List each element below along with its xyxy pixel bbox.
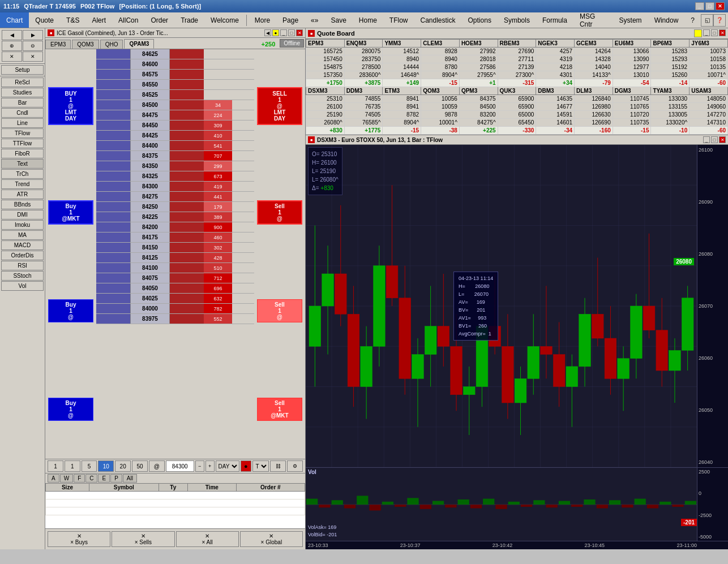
sell-cell[interactable] (170, 294, 204, 303)
sidebar-close2[interactable]: ✕ (23, 51, 43, 62)
sidebar-macd[interactable]: MACD (1, 240, 44, 250)
qty-1a[interactable]: 1 (48, 460, 63, 472)
t-select[interactable]: T (252, 460, 269, 472)
sidebar-vol[interactable]: Vol (1, 281, 44, 291)
buy-cell[interactable] (96, 171, 130, 181)
menu-alert[interactable]: Alert (85, 12, 112, 28)
buy-mkt-btn[interactable]: Buy1@MKT (48, 200, 93, 225)
sell-at-btn1[interactable]: Sell1@ (257, 200, 302, 225)
sell-cell[interactable] (170, 222, 204, 232)
sidebar-atr[interactable]: ATR (1, 190, 44, 199)
sidebar-ma[interactable]: MA (1, 230, 44, 240)
menu-allcon[interactable]: AllCon (112, 12, 144, 28)
sidebar-dmi[interactable]: DMI (1, 210, 44, 219)
minimize-btn[interactable]: _ (695, 2, 704, 10)
menu-page[interactable]: Page (276, 12, 305, 28)
sidebar-close1[interactable]: ✕ (2, 51, 22, 62)
sidebar-cndl[interactable]: Cndl (1, 108, 44, 118)
sell-cell[interactable] (170, 59, 204, 69)
buy-cell[interactable] (96, 222, 130, 232)
sidebar-add[interactable]: ⊕ (2, 41, 22, 51)
buy-cell[interactable] (96, 161, 130, 171)
ob-tab-epm3[interactable]: EPM3 (45, 40, 71, 49)
buy-cell[interactable] (96, 131, 130, 140)
sell-cell[interactable] (170, 161, 204, 171)
menu-more[interactable]: More (249, 12, 276, 28)
order-tab-all[interactable]: All (123, 474, 137, 483)
buy-at-btn1[interactable]: Buy1@ (48, 299, 93, 322)
sell-cell[interactable] (170, 233, 204, 242)
qty-10[interactable]: 10 (98, 460, 114, 472)
menu-trade[interactable]: Trade (174, 12, 204, 28)
link-btn[interactable]: ⛓ (270, 460, 286, 472)
qb-close[interactable]: ✕ (719, 29, 726, 36)
menu-options[interactable]: Options (462, 12, 498, 28)
sell-cell[interactable] (170, 120, 204, 130)
buy-cell[interactable] (96, 314, 130, 324)
qty-1b[interactable]: 1 (65, 460, 80, 472)
buy-cell[interactable] (96, 120, 130, 130)
close-btn[interactable]: ✕ (716, 2, 725, 10)
sell-cell[interactable] (170, 283, 204, 293)
buy-cell[interactable] (96, 202, 130, 212)
sell-cell[interactable] (170, 192, 204, 201)
sidebar-rsi[interactable]: RSI (1, 261, 44, 270)
sell-cell[interactable] (170, 253, 204, 262)
buy-cell[interactable] (96, 80, 130, 89)
qb-max[interactable]: □ (711, 29, 718, 36)
ob-max-btn[interactable]: □ (288, 29, 295, 36)
menu-save[interactable]: Save (324, 12, 352, 28)
menu-system[interactable]: System (613, 12, 648, 28)
ob-tab-qom3[interactable]: QOM3 (72, 40, 99, 49)
setup-btn[interactable]: Setup (1, 65, 44, 75)
sell-cell[interactable] (170, 110, 204, 120)
ob-back-btn[interactable]: ◀ (264, 29, 271, 36)
buy-cell[interactable] (96, 151, 130, 161)
sidebar-ttflow[interactable]: TTFlow (1, 139, 44, 148)
sidebar-bbnds[interactable]: BBnds (1, 200, 44, 209)
sell-cell[interactable] (170, 243, 204, 252)
sell-cell[interactable] (170, 304, 204, 313)
price-input[interactable] (166, 460, 194, 472)
record-btn[interactable]: ● (241, 460, 252, 472)
toolbar-icon-2[interactable]: ❓ (713, 14, 726, 27)
sell-cell[interactable] (170, 49, 204, 59)
menu-window[interactable]: Window (648, 12, 685, 28)
sidebar-nav-right[interactable]: ▶ (23, 30, 43, 40)
buy-cell[interactable] (96, 100, 130, 110)
sidebar-bar[interactable]: Bar (1, 98, 44, 107)
buy-cell[interactable] (96, 141, 130, 150)
sidebar-line[interactable]: Line (1, 118, 44, 128)
buy-cell[interactable] (96, 304, 130, 313)
cancel-all-btn[interactable]: ✕ × All (176, 531, 239, 547)
menu-quote[interactable]: Quote (29, 12, 60, 28)
sidebar-imoku[interactable]: Imoku (1, 220, 44, 230)
buy-at-btn2[interactable]: Buy1@ (48, 398, 93, 421)
menu-tflow[interactable]: TFlow (383, 12, 414, 28)
order-tab-w[interactable]: W (60, 474, 73, 483)
order-tab-a[interactable]: A (48, 474, 59, 483)
chart-max[interactable]: □ (711, 136, 718, 143)
settings-btn[interactable]: ⚙ (287, 460, 303, 472)
sidebar-rescl[interactable]: ReScl (1, 78, 44, 87)
qty-50[interactable]: 50 (132, 460, 148, 472)
sell-cell[interactable] (170, 151, 204, 161)
cancel-buys-btn[interactable]: ✕ × Buys (48, 531, 110, 547)
menu-candlestick[interactable]: Candlestick (414, 12, 462, 28)
buy-cell[interactable] (96, 233, 130, 242)
qb-min[interactable]: _ (703, 29, 710, 36)
sell-cell[interactable] (170, 131, 204, 140)
toolbar-icon-1[interactable]: ◱ (701, 14, 713, 27)
sell-cell[interactable] (170, 263, 204, 273)
sell-cell[interactable] (170, 80, 204, 89)
buy-cell[interactable] (96, 182, 130, 191)
sell-lmt-btn[interactable]: SELL1@LMTDAY (257, 87, 302, 125)
sell-cell[interactable] (170, 314, 204, 324)
sidebar-studies[interactable]: Studies (1, 88, 44, 97)
order-tab-c[interactable]: C (85, 474, 97, 483)
ob-min-btn[interactable]: _ (280, 29, 287, 36)
sidebar-text[interactable]: Text (1, 159, 44, 169)
order-tab-f[interactable]: F (74, 474, 85, 483)
sell-at-btn2[interactable]: Sell1@ (257, 299, 302, 322)
menu-nav[interactable]: «» (305, 12, 324, 28)
